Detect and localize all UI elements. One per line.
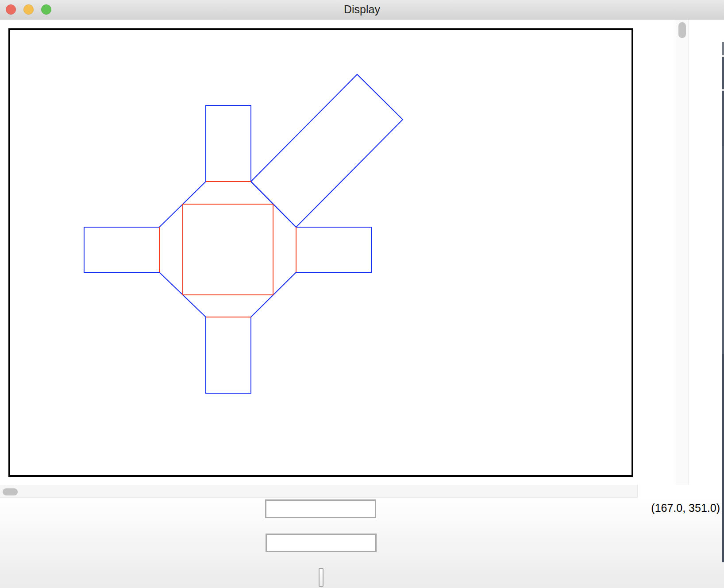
coordinate-readout: (167.0, 351.0) xyxy=(651,502,720,514)
bottom-slider-handle[interactable] xyxy=(319,568,323,587)
background-window-bottom-strip xyxy=(213,585,701,588)
entry-field-top[interactable] xyxy=(265,499,376,518)
entry-field-bottom[interactable] xyxy=(266,534,377,552)
window-title: Display xyxy=(0,3,724,16)
background-window-edge xyxy=(722,42,724,562)
display-window: Display (167.0, 351.0) xyxy=(0,0,724,588)
horizontal-scrollbar-thumb[interactable] xyxy=(3,488,18,495)
title-bar: Display xyxy=(0,0,724,19)
horizontal-scrollbar-track[interactable] xyxy=(0,485,638,498)
vertical-scrollbar-track[interactable] xyxy=(676,19,689,485)
vertical-scrollbar-thumb[interactable] xyxy=(678,22,686,38)
drawing-canvas[interactable] xyxy=(8,28,633,477)
cube-net-figure xyxy=(10,30,632,475)
